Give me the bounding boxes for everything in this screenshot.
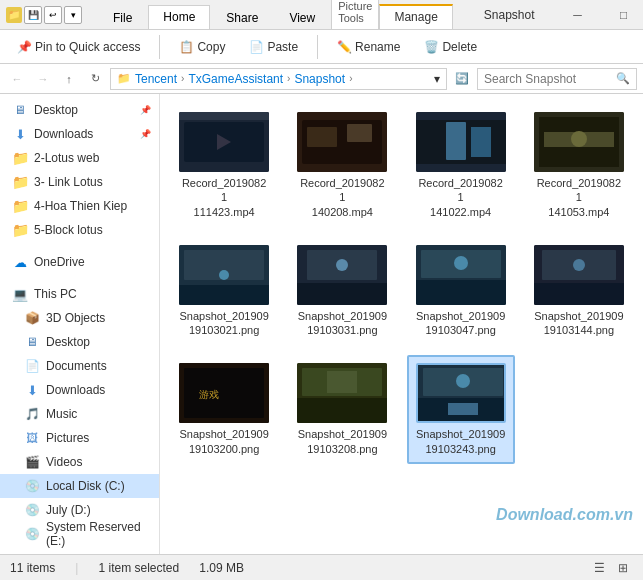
path-txgame[interactable]: TxGameAssistant <box>188 72 283 86</box>
sidebar-item-link-lotus[interactable]: 📁 3- Link Lotus <box>0 170 159 194</box>
sidebar-item-block-lotus[interactable]: 📁 5-Block lotus <box>0 218 159 242</box>
file-item-snap6[interactable]: Snapshot_20190919103208.png <box>288 355 396 464</box>
file-item-rec3[interactable]: Record_20190821141022.mp4 <box>407 104 515 227</box>
paste-icon: 📄 <box>249 40 264 54</box>
nav-back-button[interactable]: ← <box>6 68 28 90</box>
svg-rect-10 <box>446 122 466 160</box>
quick-btn-1[interactable]: 💾 <box>24 6 42 24</box>
refresh-path-button[interactable]: 🔄 <box>451 68 473 90</box>
quick-btn-2[interactable]: ↩ <box>44 6 62 24</box>
sidebar: 🖥 Desktop 📌 ⬇ Downloads 📌 📁 2-Lotus web … <box>0 94 160 554</box>
path-dropdown[interactable]: ▾ <box>434 72 440 86</box>
search-input[interactable] <box>484 72 612 86</box>
address-bar: ← → ↑ ↻ 📁 Tencent › TxGameAssistant › Sn… <box>0 64 643 94</box>
path-snapshot[interactable]: Snapshot <box>294 72 345 86</box>
maximize-button[interactable]: □ <box>601 0 643 30</box>
docs-icon: 📄 <box>24 358 40 374</box>
picture-tools-label: Picture Tools <box>331 0 379 29</box>
sidebar-item-music[interactable]: 🎵 Music <box>0 402 159 426</box>
sidebar-label-july: July (D:) <box>46 503 91 517</box>
file-item-rec1[interactable]: Record_20190821111423.mp4 <box>170 104 278 227</box>
file-item-snap3[interactable]: Snapshot_20190919103047.png <box>407 237 515 346</box>
file-item-rec2[interactable]: Record_20190821140208.mp4 <box>288 104 396 227</box>
nav-up-button[interactable]: ↑ <box>58 68 80 90</box>
ribbon-rename-btn[interactable]: ✏️ Rename <box>328 36 409 58</box>
nav-forward-button[interactable]: → <box>32 68 54 90</box>
sidebar-item-pictures[interactable]: 🖼 Pictures <box>0 426 159 450</box>
sidebar-item-downloads-pc[interactable]: ⬇ Downloads <box>0 378 159 402</box>
address-path[interactable]: 📁 Tencent › TxGameAssistant › Snapshot ›… <box>110 68 447 90</box>
sidebar-item-onedrive[interactable]: ☁ OneDrive <box>0 250 159 274</box>
thumb-svg-rec3 <box>416 112 506 172</box>
folder-icon-hoa: 📁 <box>12 198 28 214</box>
sidebar-item-this-pc[interactable]: 💻 This PC <box>0 282 159 306</box>
tab-view[interactable]: View <box>274 6 330 29</box>
ribbon-paste-btn[interactable]: 📄 Paste <box>240 36 307 58</box>
thumb-svg-snap3 <box>416 245 506 305</box>
file-item-snap7[interactable]: Snapshot_20190919103243.png <box>407 355 515 464</box>
app-icon: 📁 <box>6 7 22 23</box>
tab-share[interactable]: Share <box>211 6 273 29</box>
svg-rect-44 <box>448 403 478 415</box>
folder-icon-path: 📁 <box>117 72 131 85</box>
ribbon-pin-btn[interactable]: 📌 Pin to Quick access <box>8 36 149 58</box>
download-icon-pc: ⬇ <box>24 382 40 398</box>
file-thumbnail-snap6 <box>297 363 387 423</box>
tab-home[interactable]: Home <box>148 5 210 29</box>
sidebar-item-desktop-quick[interactable]: 🖥 Desktop 📌 <box>0 98 159 122</box>
sidebar-item-system-reserved[interactable]: 💿 System Reserved (E:) <box>0 522 159 546</box>
file-item-rec4[interactable]: Record_20190821141053.mp4 <box>525 104 633 227</box>
sidebar-label-3d: 3D Objects <box>46 311 105 325</box>
tab-file[interactable]: File <box>98 6 147 29</box>
file-thumbnail-rec4 <box>534 112 624 172</box>
ribbon-delete-btn[interactable]: 🗑️ Delete <box>415 36 486 58</box>
file-item-snap2[interactable]: Snapshot_20190919103031.png <box>288 237 396 346</box>
sidebar-item-hoa-thien[interactable]: 📁 4-Hoa Thien Kiep <box>0 194 159 218</box>
sidebar-item-lotus-web[interactable]: 📁 2-Lotus web <box>0 146 159 170</box>
file-item-snap4[interactable]: Snapshot_20190919103144.png <box>525 237 633 346</box>
system-disk-icon: 💿 <box>24 526 40 542</box>
sidebar-label-lotus-web: 2-Lotus web <box>34 151 99 165</box>
sidebar-item-local-disk[interactable]: 💿 Local Disk (C:) <box>0 474 159 498</box>
delete-icon: 🗑️ <box>424 40 439 54</box>
ribbon-copy-btn[interactable]: 📋 Copy <box>170 36 234 58</box>
folder-icon-lotus: 📁 <box>12 150 28 166</box>
file-item-snap5[interactable]: 游戏 Snapshot_20190919103200.png <box>170 355 278 464</box>
file-name-snap2: Snapshot_20190919103031.png <box>297 309 387 338</box>
sidebar-label-block: 5-Block lotus <box>34 223 103 237</box>
window-title: Snapshot <box>464 0 555 29</box>
path-chevron-2: › <box>287 73 290 84</box>
ribbon-sep-1 <box>159 35 160 59</box>
svg-rect-25 <box>416 280 506 305</box>
sidebar-item-documents[interactable]: 📄 Documents <box>0 354 159 378</box>
view-list-button[interactable]: ☰ <box>589 558 609 578</box>
thumb-svg-snap1 <box>179 245 269 305</box>
minimize-button[interactable]: ─ <box>555 0 601 30</box>
file-name-snap1: Snapshot_20190919103021.png <box>179 309 269 338</box>
thumb-svg-snap6 <box>297 363 387 423</box>
search-box: 🔍 <box>477 68 637 90</box>
quick-btn-down[interactable]: ▾ <box>64 6 82 24</box>
file-thumbnail-snap7 <box>416 363 506 423</box>
file-name-snap4: Snapshot_20190919103144.png <box>534 309 624 338</box>
sidebar-label-pictures: Pictures <box>46 431 89 445</box>
file-item-snap1[interactable]: Snapshot_20190919103021.png <box>170 237 278 346</box>
sidebar-item-videos[interactable]: 🎬 Videos <box>0 450 159 474</box>
main-container: 🖥 Desktop 📌 ⬇ Downloads 📌 📁 2-Lotus web … <box>0 94 643 554</box>
sidebar-item-desktop-pc[interactable]: 🖥 Desktop <box>0 330 159 354</box>
tab-manage[interactable]: Manage <box>379 4 452 29</box>
file-name-snap7: Snapshot_20190919103243.png <box>416 427 506 456</box>
rename-icon: ✏️ <box>337 40 352 54</box>
path-tencent[interactable]: Tencent <box>135 72 177 86</box>
view-grid-button[interactable]: ⊞ <box>613 558 633 578</box>
file-grid: Record_20190821111423.mp4 Record_2019082… <box>170 104 633 464</box>
nav-refresh-button[interactable]: ↻ <box>84 68 106 90</box>
sidebar-item-3d[interactable]: 📦 3D Objects <box>0 306 159 330</box>
copy-icon: 📋 <box>179 40 194 54</box>
title-bar-left: 📁 💾 ↩ ▾ <box>0 0 88 29</box>
path-chevron-3: › <box>349 73 352 84</box>
svg-rect-17 <box>179 285 269 305</box>
sidebar-item-july[interactable]: 💿 July (D:) <box>0 498 159 522</box>
sidebar-item-downloads-quick[interactable]: ⬇ Downloads 📌 <box>0 122 159 146</box>
svg-rect-29 <box>534 283 624 305</box>
